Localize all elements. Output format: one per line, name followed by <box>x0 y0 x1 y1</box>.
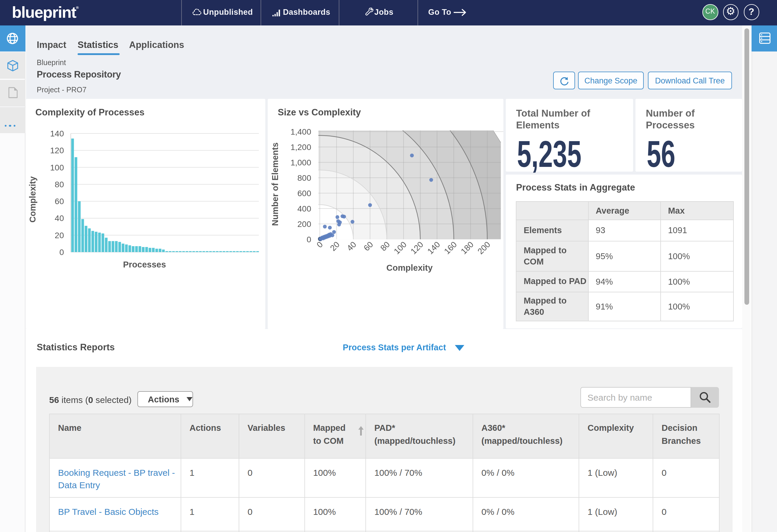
svg-text:40: 40 <box>55 214 64 223</box>
svg-text:1,400: 1,400 <box>290 127 311 136</box>
svg-text:1,200: 1,200 <box>290 143 311 152</box>
svg-text:0: 0 <box>59 248 64 257</box>
svg-text:Processes: Processes <box>123 260 166 270</box>
svg-text:Complexity: Complexity <box>28 176 37 223</box>
svg-text:1,000: 1,000 <box>290 158 311 167</box>
svg-text:120: 120 <box>409 240 425 256</box>
svg-text:60: 60 <box>55 197 64 206</box>
svg-text:120: 120 <box>50 146 64 155</box>
svg-text:180: 180 <box>459 240 475 256</box>
svg-text:800: 800 <box>297 173 311 182</box>
svg-text:200: 200 <box>297 220 311 229</box>
svg-text:140: 140 <box>50 129 64 138</box>
svg-text:200: 200 <box>475 240 492 256</box>
svg-text:80: 80 <box>55 180 64 189</box>
svg-text:0: 0 <box>306 235 311 244</box>
svg-text:80: 80 <box>378 240 392 253</box>
svg-text:140: 140 <box>425 240 442 256</box>
svg-text:600: 600 <box>297 189 311 198</box>
svg-text:Number of Elements: Number of Elements <box>270 143 280 226</box>
svg-text:0: 0 <box>315 240 324 250</box>
svg-text:100: 100 <box>392 240 408 256</box>
svg-text:60: 60 <box>361 240 374 253</box>
svg-text:20: 20 <box>55 231 64 240</box>
svg-text:20: 20 <box>328 240 341 253</box>
svg-text:40: 40 <box>345 240 358 253</box>
svg-text:400: 400 <box>297 204 311 213</box>
svg-text:160: 160 <box>442 240 458 256</box>
svg-text:100: 100 <box>50 163 64 172</box>
svg-text:Complexity: Complexity <box>386 263 432 273</box>
